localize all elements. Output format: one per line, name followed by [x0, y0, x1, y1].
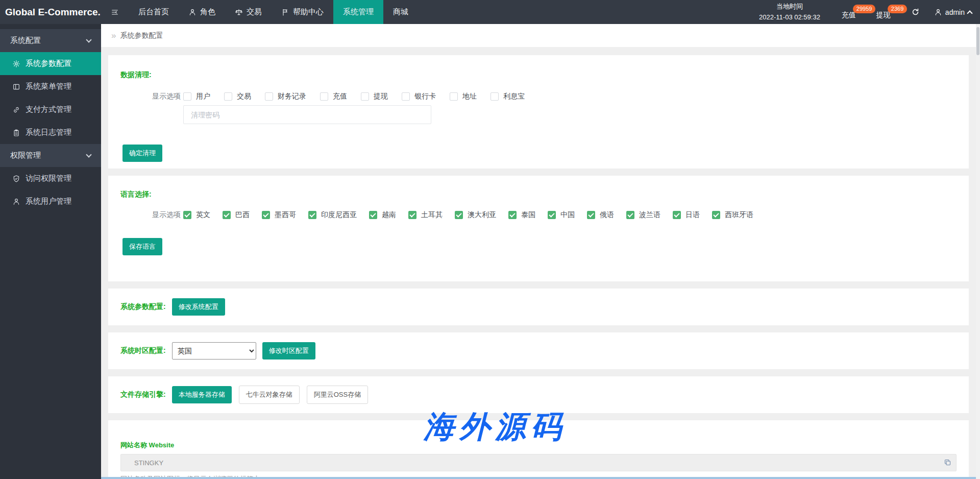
nav-item-home[interactable]: 后台首页 [129, 0, 179, 24]
recharge-stat[interactable]: 充值 29959 [842, 5, 856, 20]
user-menu[interactable]: admin [934, 8, 972, 16]
language-option-spanish[interactable]: 西班牙语 [712, 210, 753, 220]
bottom-scroll-strip[interactable] [101, 477, 976, 479]
timezone-label: 系统时区配置: [120, 346, 166, 355]
language-option-turkey[interactable]: 土耳其 [408, 210, 443, 220]
cleanup-option-recharge[interactable]: 充值 [320, 92, 347, 101]
withdraw-badge: 2369 [888, 5, 907, 13]
website-name-label: 网站名称 Website [120, 441, 957, 450]
display-options-label: 显示选项 [152, 92, 183, 101]
language-option-vietnam[interactable]: 越南 [369, 210, 396, 220]
sidebar-item-system-user-management[interactable]: 系统用户管理 [0, 190, 101, 213]
cleanup-option-users[interactable]: 用户 [183, 92, 210, 101]
checkbox-checked-icon [455, 211, 463, 219]
sidebar-item-payment-method-management[interactable]: 支付方式管理 [0, 98, 101, 121]
checkbox-unchecked-icon [320, 92, 328, 101]
shield-check-icon [12, 175, 20, 183]
checkbox-checked-icon [587, 211, 595, 219]
confirm-cleanup-button[interactable]: 确定清理 [122, 145, 162, 162]
data-cleanup-panel: 数据清理: 显示选项 用户 交易 财务记录 充值 提现 银行卡 地址 利息宝 确… [108, 55, 969, 169]
language-panel: 语言选择: 显示选项 英文 巴西 墨西哥 印度尼西亚 越南 土耳其 澳大利亚 泰… [108, 176, 969, 281]
storage-qiniu-button[interactable]: 七牛云对象存储 [239, 386, 300, 404]
sidebar-group-permission-management[interactable]: 权限管理 [0, 144, 101, 167]
sidebar-item-system-param-config[interactable]: 系统参数配置 [0, 52, 101, 75]
nav-item-mall[interactable]: 商城 [383, 0, 418, 24]
timezone-select[interactable]: 英国 [172, 342, 256, 360]
local-time: 当地时间 2022-11-03 02:59:32 [759, 2, 820, 22]
sidebar-item-access-permission-management[interactable]: 访问权限管理 [0, 167, 101, 190]
language-select-label: 语言选择: [108, 190, 969, 199]
cleanup-option-withdraw[interactable]: 提现 [361, 92, 388, 101]
refresh-button[interactable] [911, 8, 920, 16]
local-time-label: 当地时间 [759, 2, 820, 12]
nav-item-help-center[interactable]: 帮助中心 [272, 0, 333, 24]
app-logo: Global E-Commerce... [0, 0, 101, 24]
system-config-label: 系统参数配置: [120, 302, 166, 312]
checkbox-checked-icon [712, 211, 720, 219]
modify-timezone-button[interactable]: 修改时区配置 [262, 342, 315, 360]
checkbox-unchecked-icon [361, 92, 369, 101]
checkbox-checked-icon [223, 211, 231, 219]
sidebar-toggle-button[interactable] [101, 0, 129, 24]
cleanup-password-input[interactable] [183, 105, 431, 124]
flag-icon [281, 8, 289, 16]
copy-icon[interactable] [944, 459, 951, 466]
checkbox-unchecked-icon [402, 92, 410, 101]
clipboard-icon [12, 129, 20, 137]
sidebar-item-system-log-management[interactable]: 系统日志管理 [0, 121, 101, 144]
checkbox-checked-icon [673, 211, 681, 219]
checkbox-checked-icon [408, 211, 416, 219]
sidebar-item-system-menu-management[interactable]: 系统菜单管理 [0, 75, 101, 98]
language-option-english[interactable]: 英文 [183, 210, 210, 220]
language-option-mexico[interactable]: 墨西哥 [262, 210, 296, 220]
scrollbar-thumb[interactable] [976, 27, 979, 55]
withdraw-stat[interactable]: 提现 2369 [876, 5, 891, 20]
checkbox-unchecked-icon [183, 92, 191, 101]
navbar-right-cluster: 当地时间 2022-11-03 02:59:32 充值 29959 提现 236… [759, 0, 980, 24]
sidebar: 系统配置 系统参数配置 系统菜单管理 支付方式管理 系统日志管理 权限管理 访问… [0, 24, 101, 479]
checkbox-checked-icon [369, 211, 377, 219]
cleanup-option-address[interactable]: 地址 [450, 92, 477, 101]
cleanup-password-row [183, 105, 969, 124]
language-options-row: 显示选项 英文 巴西 墨西哥 印度尼西亚 越南 土耳其 澳大利亚 泰国 中国 俄… [152, 210, 969, 220]
website-name-input[interactable] [120, 454, 957, 471]
language-option-china[interactable]: 中国 [548, 210, 575, 220]
cleanup-option-transactions[interactable]: 交易 [224, 92, 251, 101]
cleanup-option-finance-records[interactable]: 财务记录 [265, 92, 306, 101]
language-option-thailand[interactable]: 泰国 [508, 210, 535, 220]
language-option-australia[interactable]: 澳大利亚 [455, 210, 496, 220]
checkbox-checked-icon [548, 211, 556, 219]
display-options-label: 显示选项 [152, 210, 183, 220]
nav-item-transactions[interactable]: 交易 [225, 0, 272, 24]
language-option-polish[interactable]: 波兰语 [626, 210, 660, 220]
nav-item-roles[interactable]: 角色 [179, 0, 225, 24]
checkbox-checked-icon [183, 211, 191, 219]
cleanup-option-bank-card[interactable]: 银行卡 [402, 92, 436, 101]
checkbox-unchecked-icon [491, 92, 499, 101]
checkbox-checked-icon [626, 211, 634, 219]
main-content: » 系统参数配置 数据清理: 显示选项 用户 交易 财务记录 充值 提现 银行卡… [101, 24, 976, 479]
website-name-input-wrap [120, 454, 957, 471]
local-time-value: 2022-11-03 02:59:32 [759, 12, 820, 22]
top-navbar: Global E-Commerce... 后台首页 角色 交易 帮助中心 系统管… [0, 0, 980, 24]
language-option-japanese[interactable]: 日语 [673, 210, 700, 220]
nav-item-system-management[interactable]: 系统管理 [333, 0, 383, 24]
cleanup-option-interest-treasure[interactable]: 利息宝 [491, 92, 525, 101]
save-language-button[interactable]: 保存语言 [122, 238, 162, 255]
storage-aliyun-oss-button[interactable]: 阿里云OSS存储 [307, 386, 368, 404]
storage-engine-label: 文件存储引擎: [120, 390, 166, 399]
checkbox-unchecked-icon [224, 92, 232, 101]
vertical-scrollbar[interactable] [976, 24, 980, 479]
sidebar-group-system-config[interactable]: 系统配置 [0, 29, 101, 52]
chevron-up-icon [967, 10, 972, 16]
language-option-indonesia[interactable]: 印度尼西亚 [308, 210, 357, 220]
system-config-panel: 系统参数配置: 修改系统配置 [108, 289, 969, 325]
language-option-russian[interactable]: 俄语 [587, 210, 614, 220]
modify-system-config-button[interactable]: 修改系统配置 [172, 298, 225, 316]
cleanup-options-row: 显示选项 用户 交易 财务记录 充值 提现 银行卡 地址 利息宝 [152, 92, 969, 101]
chevron-down-icon [86, 152, 91, 157]
storage-local-server-button[interactable]: 本地服务器存储 [172, 386, 232, 403]
user-icon [934, 8, 942, 16]
language-option-brazil[interactable]: 巴西 [223, 210, 250, 220]
username: admin [945, 8, 965, 16]
